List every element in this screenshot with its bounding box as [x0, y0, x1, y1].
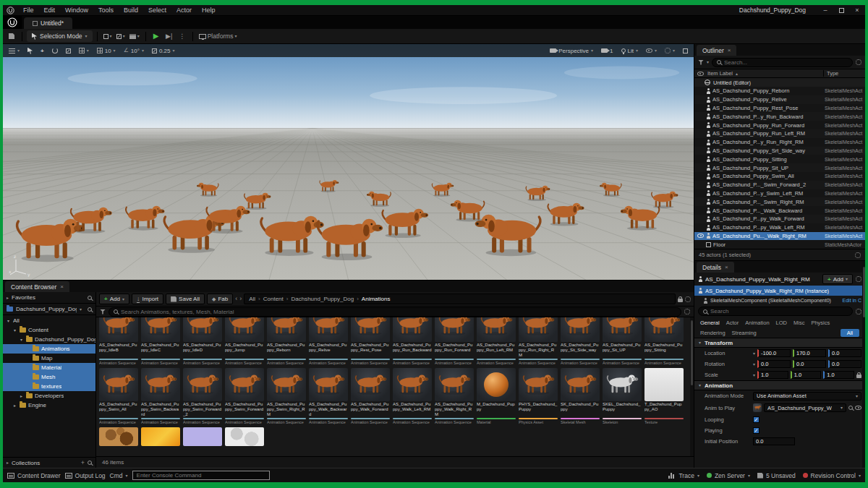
gear-icon[interactable]	[685, 296, 691, 302]
location-y-field[interactable]: 170.0	[793, 349, 826, 357]
maximize-viewport-button[interactable]	[680, 46, 691, 56]
location-x-field[interactable]: -100.0	[757, 349, 791, 357]
anim-asset-select[interactable]: AS_Dachshund_Puppy_W▾	[764, 403, 846, 412]
tree-item-content[interactable]: ▾Content	[3, 325, 95, 335]
zen-server-menu[interactable]: Zen Server▾	[707, 472, 750, 479]
console-command-box[interactable]	[132, 471, 270, 480]
asset-tile[interactable]: AS_Dachshund_Puppy_IdleDAnimation Sequen…	[183, 317, 222, 365]
asset-tile[interactable]: AS_Dachshund_Puppy_Walk_Right_RMAnimatio…	[435, 368, 474, 424]
scale-z-field[interactable]: 1.0	[823, 371, 854, 379]
output-log-button[interactable]: Output Log	[65, 472, 106, 479]
anim-asset-thumbnail[interactable]	[753, 403, 762, 412]
visibility-eye-icon[interactable]	[697, 234, 704, 238]
instance-row[interactable]: AS_Dachshund_Puppy_Walk_Right_RM (Instan…	[694, 286, 865, 296]
lock-icon[interactable]	[678, 299, 683, 302]
scale-snap-control[interactable]: 0.25▾	[149, 46, 178, 56]
show-flags-menu[interactable]: ▾	[643, 46, 660, 56]
outliner-row[interactable]: AS_Dachshund_Puppy_Swim_AllSkeletalMeshA…	[694, 172, 865, 181]
location-z-field[interactable]: 0.0	[828, 349, 861, 357]
close-button[interactable]: ×	[849, 5, 865, 15]
asset-tile[interactable]: T_Dachshund_Puppy_AOTexture	[644, 368, 684, 424]
close-icon[interactable]: ×	[60, 283, 64, 290]
search-icon[interactable]	[88, 296, 92, 300]
gear-icon[interactable]	[855, 252, 861, 258]
favorites-section[interactable]: ▸ Favorites	[3, 292, 95, 304]
outliner-row[interactable]: AS_Dachshund_Puppy_Sit_UPSkeletalMeshAct	[694, 163, 865, 172]
asset-tile[interactable]: AS_Dachshund_Puppy_IdleBAnimation Sequen…	[99, 317, 138, 365]
asset-tile[interactable]: AS_Dachshund_Puppy_Walk_BackwardAnimatio…	[309, 368, 348, 424]
outliner-row[interactable]: AS_Dachshund_P...py_Walk_Left_RMSkeletal…	[694, 223, 865, 232]
asset-tile[interactable]: AS_Dachshund_Puppy_ReliveAnimation Seque…	[309, 317, 348, 365]
outliner-settings-icon[interactable]	[856, 59, 861, 65]
project-source-select[interactable]: Dachshund_Puppy_Dog ▾	[3, 304, 95, 315]
filter-funnel-icon[interactable]	[698, 60, 704, 65]
outliner-row[interactable]: AS_Dachshund_P...y_Swim_Left_RMSkeletalM…	[694, 189, 865, 198]
outliner-row[interactable]: AS_Dachshund_Puppy_Run_Left_RMSkeletalMe…	[694, 129, 865, 138]
grid-snap-control[interactable]: 10▾	[94, 46, 119, 56]
view-mode-select[interactable]: Lit▾	[618, 46, 641, 56]
tree-item-map[interactable]: Map	[3, 354, 95, 363]
expander-icon[interactable]: ▾	[6, 318, 11, 323]
outliner-tab[interactable]: Outliner ×	[697, 45, 736, 56]
animation-mode-select[interactable]: Use Animation Asset▾	[753, 392, 861, 401]
asset-tile[interactable]: SK_Dachshund_PuppySkeletal Mesh	[561, 368, 600, 424]
search-icon[interactable]	[88, 307, 92, 312]
asset-tile[interactable]: AS_Dachshund_Puppy_Swim_Right_RMAnimatio…	[267, 368, 306, 424]
type-column[interactable]: Type	[823, 70, 865, 77]
rotation-x-field[interactable]: 0.0	[757, 360, 791, 368]
unsaved-button[interactable]: 5 Unsaved	[757, 472, 796, 479]
asset-tile[interactable]: AS_Dachshund_Puppy_Rest_PoseAnimation Se…	[351, 317, 390, 365]
asset-tile[interactable]: AS_Dachshund_Puppy_Sit_UPAnimation Seque…	[603, 317, 642, 365]
looping-checkbox[interactable]	[753, 416, 760, 423]
skip-button[interactable]: ▶|	[163, 30, 175, 42]
details-scrollbar[interactable]	[862, 261, 865, 468]
save-all-button[interactable]: Save All	[166, 294, 205, 304]
playing-checkbox[interactable]	[753, 427, 760, 434]
rotation-z-field[interactable]: 0.0	[828, 360, 861, 368]
asset-tile[interactable]: AS_Dachshund_Puppy_Swim_BackwardAnimatio…	[141, 368, 180, 424]
play-button[interactable]: ▶	[150, 30, 162, 42]
asset-search-input[interactable]	[121, 309, 676, 315]
menu-item-actor[interactable]: Actor	[171, 5, 197, 15]
asset-tile[interactable]: AS_Dachshund_Puppy_Swim_ForwardAnimation…	[225, 368, 264, 424]
breadcrumb-content[interactable]: Content	[263, 296, 284, 302]
menu-item-file[interactable]: File	[18, 5, 39, 15]
viewport-options-menu[interactable]: ▾	[6, 46, 22, 56]
details-tab-lod[interactable]: LOD	[776, 320, 787, 326]
details-search-input[interactable]	[710, 308, 848, 314]
cinematics-button[interactable]: ▾	[128, 30, 141, 42]
texture-tile[interactable]	[99, 427, 138, 446]
filter-funnel-icon[interactable]	[100, 309, 106, 314]
menu-item-help[interactable]: Help	[197, 5, 221, 15]
details-tab[interactable]: Details ×	[697, 262, 734, 273]
trace-menu[interactable]: Trace▾	[668, 472, 699, 479]
perspective-select[interactable]: Perspective▾	[547, 46, 596, 56]
asset-tile[interactable]: AS_Dachshund_Puppy_Run_ForwardAnimation …	[435, 317, 474, 365]
asset-tile[interactable]: AS_Dachshund_Puppy_IdleCAnimation Sequen…	[141, 317, 180, 365]
tree-item-textures[interactable]: textures	[3, 382, 95, 391]
breadcrumb-animations[interactable]: Animations	[362, 296, 391, 302]
outliner-row[interactable]: AS_Dachshund_Puppy_Rest_PoseSkeletalMesh…	[694, 104, 865, 113]
asset-tile[interactable]: SKEL_Dachshund_PuppySkeleton	[603, 368, 642, 424]
tree-item-engine[interactable]: ▸Engine	[3, 401, 95, 410]
outliner-search-box[interactable]	[712, 58, 853, 67]
close-icon[interactable]: ×	[725, 264, 728, 270]
asset-tile[interactable]: PHYS_Dachshund_PuppyPhysics Asset	[519, 368, 558, 424]
menu-item-edit[interactable]: Edit	[39, 5, 61, 15]
animation-section-header[interactable]: ▾ Animation	[694, 380, 865, 390]
asset-tile[interactable]: M_Dachshund_PuppyMaterial	[477, 368, 516, 424]
outliner-row[interactable]: AS_Dachshund_Puppy_Run_ForwardSkeletalMe…	[694, 121, 865, 129]
browse-to-asset-icon[interactable]	[848, 406, 853, 410]
details-tab-rendering[interactable]: Rendering	[700, 330, 726, 336]
content-drawer-button[interactable]: Content Drawer	[7, 472, 61, 479]
camera-speed-control[interactable]: 1	[598, 46, 616, 56]
menu-item-select[interactable]: Select	[143, 5, 171, 15]
asset-tile[interactable]: AS_Dachshund_Puppy_Run_BackwardAnimation…	[393, 317, 432, 365]
transform-section-header[interactable]: ▾ Transform	[694, 338, 865, 348]
outliner-row[interactable]: AS_Dachshund_P...y_Run_Right_RMSkeletalM…	[694, 138, 865, 147]
viewport-settings-menu[interactable]: ▾	[662, 46, 678, 56]
view-settings-icon[interactable]	[684, 309, 690, 314]
initial-position-field[interactable]: 0.0	[753, 437, 795, 445]
outliner-row[interactable]: AS_Dachshund_Puppy_RebornSkeletalMeshAct	[694, 87, 865, 95]
search-icon[interactable]	[88, 461, 92, 465]
